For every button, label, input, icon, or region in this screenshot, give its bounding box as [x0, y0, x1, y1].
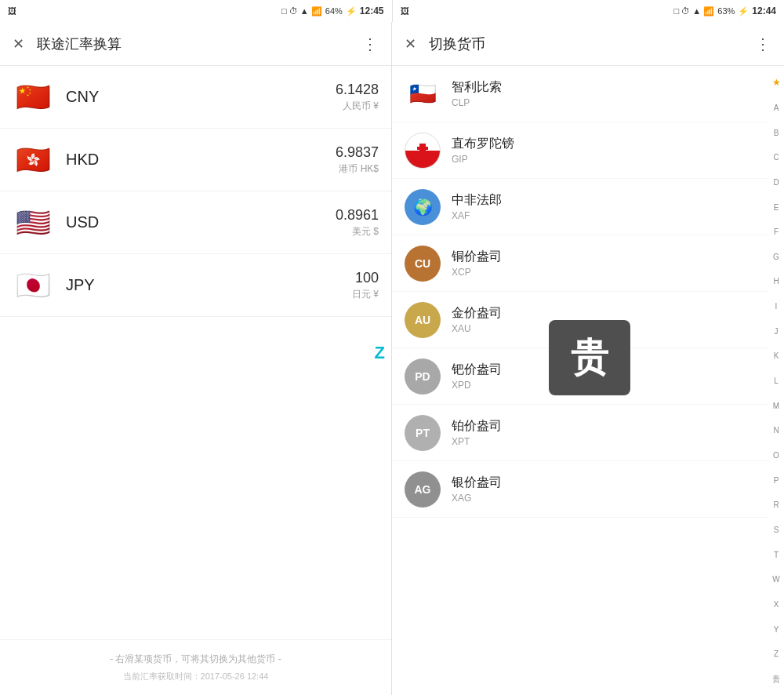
- alpha-m[interactable]: M: [773, 402, 779, 411]
- svg-rect-3: [417, 147, 428, 150]
- time-left: 12:45: [360, 5, 384, 16]
- switch-item-gip[interactable]: 直布罗陀镑 GIP: [392, 122, 768, 179]
- right-panel: ✕ 切换货币 ⋮ 🇨🇱 智利比索 CLP: [392, 22, 784, 695]
- alpha-g[interactable]: G: [773, 253, 779, 262]
- more-button-right[interactable]: ⋮: [755, 35, 771, 53]
- switch-item-xaf[interactable]: 🌍 中非法郎 XAF: [392, 179, 768, 235]
- rate-usd: 0.8961: [336, 207, 379, 224]
- code-xpd: XPD: [452, 380, 756, 391]
- left-panel: ✕ 联途汇率换算 ⋮ 🇨🇳 CNY 6.1428 人民币 ¥ 🇭🇰 HKD 6.…: [0, 22, 392, 695]
- right-header: ✕ 切换货币 ⋮: [392, 22, 784, 66]
- charge-icon-left: ⚡: [346, 6, 357, 16]
- alpha-p[interactable]: P: [774, 476, 779, 486]
- alpha-e[interactable]: E: [774, 203, 779, 213]
- name-xau: 金价盎司: [452, 305, 756, 322]
- rate-hkd: 6.9837: [336, 144, 379, 161]
- alpha-f[interactable]: F: [774, 227, 779, 237]
- alpha-d[interactable]: D: [773, 178, 779, 187]
- alpha-a[interactable]: A: [774, 104, 779, 113]
- alpha-y[interactable]: Y: [774, 625, 779, 635]
- close-button-right[interactable]: ✕: [405, 35, 416, 53]
- alpha-o[interactable]: O: [773, 451, 779, 460]
- status-bar-left: 🖼 □ ⏱ ▲ 📶 64% ⚡ 12:45: [0, 0, 392, 22]
- alpha-r[interactable]: R: [773, 500, 779, 510]
- close-button-left[interactable]: ✕: [13, 35, 24, 53]
- time-right: 12:44: [752, 5, 776, 16]
- currency-switch-list: 🇨🇱 智利比索 CLP 直布罗陀镑: [392, 66, 784, 695]
- alpha-h[interactable]: H: [773, 277, 779, 286]
- alpha-z[interactable]: Z: [774, 650, 779, 659]
- alpha-j[interactable]: J: [775, 327, 779, 337]
- badge-pd: PD: [405, 358, 441, 395]
- alpha-k[interactable]: K: [774, 351, 779, 361]
- switch-item-clp[interactable]: 🇨🇱 智利比索 CLP: [392, 66, 768, 122]
- badge-cu: CU: [405, 246, 441, 282]
- label-cny: 人民币 ¥: [336, 100, 379, 113]
- switch-item-xag[interactable]: AG 银价盎司 XAG: [392, 461, 768, 518]
- alpha-i[interactable]: I: [775, 302, 778, 311]
- left-title: 联途汇率换算: [37, 35, 362, 53]
- currency-code-usd: USD: [66, 213, 336, 231]
- alpha-gui[interactable]: 贵: [772, 675, 780, 684]
- code-clp: CLP: [452, 97, 756, 108]
- currency-code-hkd: HKD: [66, 151, 336, 169]
- name-xpd: 钯价盎司: [452, 362, 756, 378]
- rate-jpy: 100: [352, 270, 379, 286]
- alpha-w[interactable]: W: [772, 575, 779, 584]
- flag-clp: 🇨🇱: [405, 76, 441, 112]
- alpha-n[interactable]: N: [773, 426, 779, 435]
- battery-right: 63%: [717, 6, 735, 16]
- footer-note: - 右滑某项货币，可将其切换为其他货币 -: [13, 653, 379, 666]
- alpha-b[interactable]: B: [774, 129, 779, 138]
- rate-block-jpy: 100 日元 ¥: [352, 270, 379, 301]
- alpha-s[interactable]: S: [774, 526, 779, 535]
- rate-block-cny: 6.1428 人民币 ¥: [336, 82, 379, 113]
- left-footer: - 右滑某项货币，可将其切换为其他货币 - 当前汇率获取时间：2017-05-2…: [0, 639, 391, 695]
- flag-jpy: 🇯🇵: [13, 265, 53, 306]
- label-jpy: 日元 ¥: [352, 288, 379, 301]
- camera-icon-right: 🖼: [401, 6, 409, 16]
- alpha-star[interactable]: ★: [772, 77, 781, 88]
- camera-icon: 🖼: [8, 6, 16, 16]
- alpha-x[interactable]: X: [774, 600, 779, 609]
- flag-hkd: 🇭🇰: [13, 140, 53, 180]
- z-scroll-button[interactable]: Z: [368, 343, 391, 363]
- flag-usd: 🇺🇸: [13, 202, 53, 243]
- signal-icons-right: □ ⏱ ▲ 📶: [674, 6, 715, 16]
- code-xau: XAU: [452, 323, 756, 334]
- left-header: ✕ 联途汇率换算 ⋮: [0, 22, 391, 66]
- name-clp: 智利比索: [452, 79, 756, 96]
- flag-cny: 🇨🇳: [13, 77, 53, 118]
- currency-code-jpy: JPY: [66, 276, 352, 294]
- switch-item-xpd[interactable]: PD 钯价盎司 XPD: [392, 348, 768, 405]
- status-bars: 🖼 □ ⏱ ▲ 📶 64% ⚡ 12:45 🖼 □ ⏱ ▲ 📶 63% ⚡ 12…: [0, 0, 784, 22]
- flag-xaf: 🌍: [405, 189, 441, 225]
- battery-left: 64%: [325, 6, 343, 16]
- switch-item-xpt[interactable]: PT 铂价盎司 XPT: [392, 405, 768, 461]
- main-content: ✕ 联途汇率换算 ⋮ 🇨🇳 CNY 6.1428 人民币 ¥ 🇭🇰 HKD 6.…: [0, 22, 784, 695]
- alpha-c[interactable]: C: [773, 153, 779, 162]
- code-xpt: XPT: [452, 436, 756, 447]
- badge-ag: AG: [405, 471, 441, 508]
- name-xaf: 中非法郎: [452, 192, 756, 209]
- alpha-l[interactable]: L: [774, 377, 779, 386]
- currency-item-usd[interactable]: 🇺🇸 USD 0.8961 美元 $: [0, 191, 391, 254]
- more-button-left[interactable]: ⋮: [362, 35, 379, 53]
- currency-item-hkd[interactable]: 🇭🇰 HKD 6.9837 港币 HK$: [0, 129, 391, 191]
- rate-cny: 6.1428: [336, 82, 379, 98]
- footer-timestamp: 当前汇率获取时间：2017-05-26 12:44: [13, 671, 379, 682]
- label-hkd: 港币 HK$: [336, 162, 379, 176]
- charge-icon-right: ⚡: [738, 6, 749, 16]
- code-xaf: XAF: [452, 210, 756, 221]
- badge-pt: PT: [405, 415, 441, 451]
- alpha-t[interactable]: T: [774, 551, 779, 560]
- currency-item-jpy[interactable]: 🇯🇵 JPY 100 日元 ¥: [0, 254, 391, 317]
- name-xcp: 铜价盎司: [452, 249, 756, 265]
- name-gip: 直布罗陀镑: [452, 136, 756, 152]
- switch-item-xau[interactable]: AU 金价盎司 XAU: [392, 292, 768, 348]
- right-title: 切换货币: [429, 35, 755, 53]
- alpha-index: ★ A B C D E F G H I J K L M N O P R S T …: [768, 66, 784, 695]
- code-xag: XAG: [452, 493, 756, 504]
- currency-item-cny[interactable]: 🇨🇳 CNY 6.1428 人民币 ¥: [0, 66, 391, 129]
- switch-item-xcp[interactable]: CU 铜价盎司 XCP: [392, 235, 768, 292]
